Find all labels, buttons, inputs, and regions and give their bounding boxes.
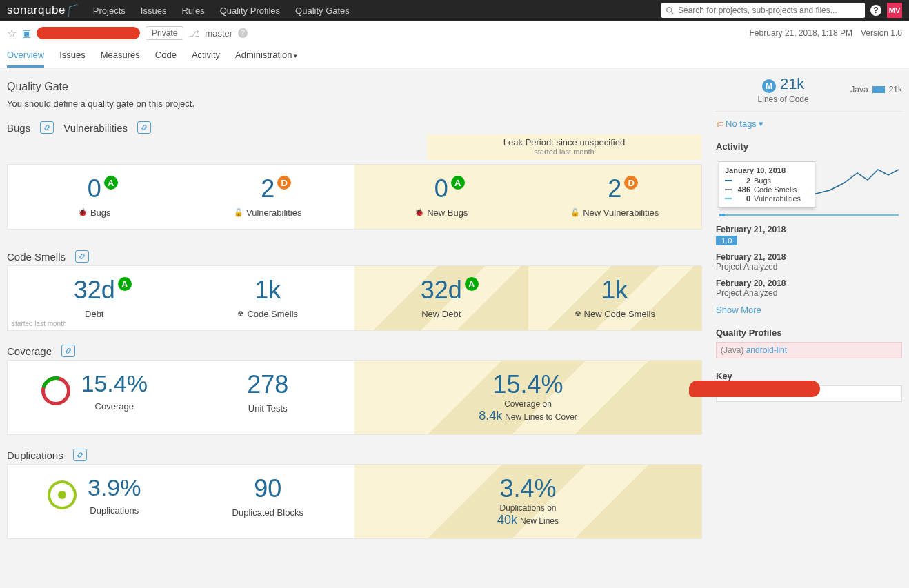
search-input[interactable]	[661, 3, 865, 18]
lang-name: Java	[850, 85, 868, 94]
help-button[interactable]: ?	[870, 5, 881, 16]
new-bugs-metric-label[interactable]: New Bugs	[427, 207, 468, 218]
lang-bar-icon	[872, 86, 885, 93]
tab-activity[interactable]: Activity	[192, 50, 220, 68]
unit-tests-value[interactable]: 278	[247, 370, 288, 399]
new-vuln-metric-label[interactable]: New Vulnerabilities	[583, 207, 659, 218]
tab-administration[interactable]: Administration	[235, 50, 297, 68]
dup-cell: 3.9% Duplications	[8, 465, 181, 538]
new-smells-cell: 1k ☢New Code Smells	[528, 266, 702, 330]
activity-event: February 21, 2018 1.0	[716, 225, 902, 245]
smells-card: 32dA Debt started last month 1k ☢Code Sm…	[7, 265, 702, 331]
tab-code[interactable]: Code	[155, 50, 177, 68]
event-version-badge: 1.0	[716, 236, 737, 245]
bugs-metric-label[interactable]: Bugs	[90, 207, 111, 218]
tab-issues[interactable]: Issues	[59, 50, 86, 68]
unit-tests-metric-label[interactable]: Unit Tests	[248, 403, 288, 414]
coverage-metric-label[interactable]: Coverage	[95, 401, 134, 412]
smells-value[interactable]: 1k	[254, 276, 281, 305]
vuln-metric-label[interactable]: Vulnerabilities	[246, 207, 301, 218]
nav-issues[interactable]: Issues	[141, 6, 167, 16]
tooltip-date: January 10, 2018	[725, 166, 809, 174]
new-coverage-label: Coverage on	[354, 399, 701, 409]
loc-value[interactable]: 21k	[780, 75, 804, 92]
debt-cell: 32dA Debt started last month	[8, 266, 181, 330]
tooltip-vuln-label: Vulnerabilities	[754, 194, 801, 203]
project-tabs: Overview Issues Measures Code Activity A…	[7, 50, 902, 68]
vuln-link-icon[interactable]	[137, 121, 151, 134]
nav-quality-gates[interactable]: Quality Gates	[295, 6, 350, 16]
logo[interactable]: sonarqube	[7, 3, 78, 17]
dup-blocks-metric-label[interactable]: Duplicated Blocks	[232, 507, 303, 518]
dup-link-icon[interactable]	[73, 449, 87, 461]
tags-selector[interactable]: No tags ▾	[716, 119, 902, 129]
dup-value[interactable]: 3.9%	[88, 474, 141, 501]
branch-icon: ⎇	[189, 28, 199, 39]
bugs-link-icon[interactable]	[40, 121, 54, 134]
coverage-value[interactable]: 15.4%	[81, 370, 148, 397]
avatar[interactable]: MV	[887, 3, 902, 18]
dup-card: 3.9% Duplications 90 Duplicated Blocks 3…	[7, 464, 702, 539]
event-date: February 21, 2018	[716, 252, 902, 262]
vuln-cell: 2D 🔓Vulnerabilities	[181, 165, 355, 229]
svg-line-1	[671, 12, 673, 14]
coverage-link-icon[interactable]	[61, 345, 75, 357]
bugs-cell: 0A 🐞Bugs	[8, 165, 181, 229]
analysis-date: February 21, 2018, 1:18 PM	[750, 28, 852, 38]
key-value-box[interactable]	[716, 385, 902, 402]
new-lines-label[interactable]: New Lines	[520, 516, 559, 526]
tab-measures[interactable]: Measures	[101, 50, 140, 68]
leak-period-header: Leak Period: since unspecified started l…	[427, 134, 701, 160]
new-lines-to-cover-label[interactable]: New Lines to Cover	[505, 412, 577, 422]
bugs-value[interactable]: 0A	[88, 174, 101, 203]
new-debt-value[interactable]: 32dA	[421, 276, 462, 305]
event-date: February 21, 2018	[716, 225, 902, 234]
bugs-card: Leak Period: since unspecified started l…	[7, 164, 702, 230]
smells-cell: 1k ☢Code Smells	[181, 266, 355, 330]
new-lines-to-cover-value[interactable]: 8.4k	[479, 409, 502, 423]
vuln-label: Vulnerabilities	[63, 122, 128, 134]
debt-metric-label[interactable]: Debt	[85, 309, 103, 319]
qp-title: Quality Profiles	[716, 327, 902, 338]
quality-gate-message: You should define a quality gate on this…	[7, 99, 702, 109]
nav-projects[interactable]: Projects	[93, 6, 126, 16]
debt-value[interactable]: 32dA	[74, 276, 115, 305]
new-debt-metric-label[interactable]: New Debt	[421, 309, 461, 319]
nav-quality-profiles[interactable]: Quality Profiles	[220, 6, 280, 16]
dup-section-title: Duplications	[7, 449, 702, 461]
tooltip-smells-n: 486	[735, 185, 750, 194]
activity-sparkline[interactable]: January 10, 2018 2Bugs 486Code Smells 0V…	[716, 156, 902, 218]
new-bugs-value[interactable]: 0A	[434, 174, 448, 203]
show-more-link[interactable]: Show More	[716, 305, 902, 315]
nav-rules[interactable]: Rules	[181, 6, 204, 16]
vuln-value[interactable]: 2D	[261, 174, 274, 203]
smells-link-icon[interactable]	[75, 250, 89, 263]
new-lines-value[interactable]: 40k	[497, 513, 517, 527]
new-dup-value[interactable]: 3.4%	[499, 474, 556, 503]
branch-name[interactable]: master	[205, 28, 232, 39]
new-smells-value[interactable]: 1k	[601, 276, 628, 305]
qp-item[interactable]: (Java) android-lint	[716, 342, 902, 358]
search-icon	[666, 6, 675, 15]
dup-metric-label[interactable]: Duplications	[90, 505, 139, 516]
new-vuln-value[interactable]: 2D	[608, 174, 621, 203]
qp-lang: (Java)	[721, 345, 743, 355]
dup-label: Duplications	[7, 449, 63, 461]
unit-tests-cell: 278 Unit Tests	[181, 361, 355, 434]
svg-rect-4	[719, 214, 725, 216]
activity-events: February 21, 2018 1.0 February 21, 2018 …	[716, 225, 902, 315]
favorite-star-icon[interactable]: ☆	[7, 27, 17, 40]
dup-blocks-value[interactable]: 90	[254, 474, 281, 503]
lang-loc: 21k	[889, 85, 902, 94]
svg-point-0	[667, 8, 672, 12]
smells-section-title: Code Smells	[7, 250, 702, 263]
bugs-section-title: Bugs Vulnerabilities	[7, 121, 702, 134]
visibility-badge: Private	[146, 26, 183, 40]
branch-help-icon[interactable]: ?	[238, 28, 248, 38]
new-smells-metric-label[interactable]: New Code Smells	[584, 309, 655, 319]
activity-event: February 21, 2018 Project Analyzed	[716, 252, 902, 272]
new-dup-cell: 3.4% Duplications on 40kNew Lines	[354, 465, 701, 538]
tab-overview[interactable]: Overview	[7, 50, 44, 68]
new-coverage-value[interactable]: 15.4%	[492, 370, 563, 399]
smells-metric-label[interactable]: Code Smells	[247, 309, 298, 319]
